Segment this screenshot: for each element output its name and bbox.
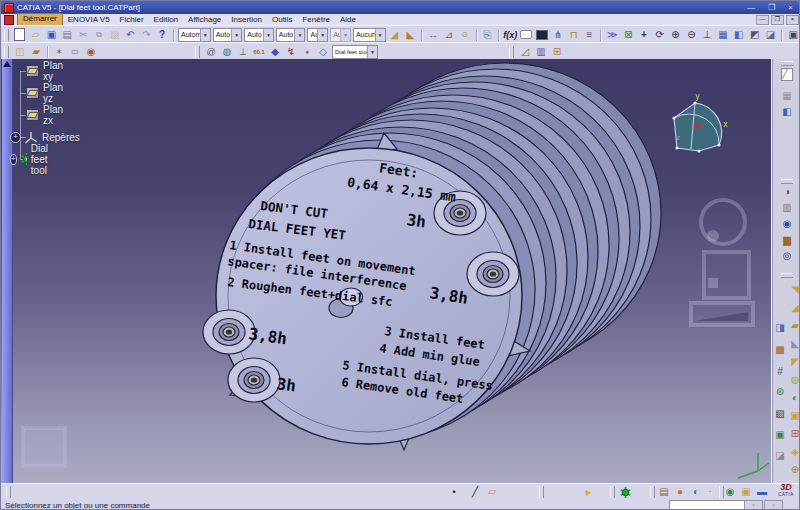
tree-item-plan-xy[interactable]: Plan xy: [26, 64, 67, 78]
menu-fenetre[interactable]: Fenêtre: [297, 14, 335, 25]
cut-icon[interactable]: ✂: [76, 28, 90, 42]
painter-icon[interactable]: ◢: [388, 28, 402, 42]
gear-options-icon[interactable]: [618, 485, 632, 499]
chat-icon[interactable]: ··: [519, 28, 533, 42]
open-icon[interactable]: ▱: [29, 28, 43, 42]
graphic-combo-7[interactable]: Aucun▼: [353, 28, 386, 42]
graphic-combo-5[interactable]: Aut▼: [307, 28, 328, 42]
boss-38h-right[interactable]: [467, 252, 519, 296]
draft-icon[interactable]: ⊞: [788, 427, 800, 441]
render-style-icon[interactable]: ◩: [748, 28, 762, 42]
measure-between-icon[interactable]: ↔: [426, 28, 440, 42]
title-bar[interactable]: CATIA V5 - [Dial feet tool.CATPart] — ❐ …: [1, 1, 800, 14]
print-area-icon[interactable]: ⎘: [481, 28, 495, 42]
snap-icon[interactable]: ⊛: [773, 385, 787, 399]
normal-view-icon[interactable]: ⊥: [700, 28, 714, 42]
wizard-icon[interactable]: ◣: [403, 28, 417, 42]
customize-icon[interactable]: ⊞: [550, 45, 564, 59]
fillet-icon[interactable]: ◐: [788, 391, 800, 405]
toolbar-handle[interactable]: [195, 46, 200, 58]
print-icon[interactable]: ▤: [60, 28, 74, 42]
tree-item-dial-feet-tool[interactable]: + Dial feet tool: [10, 152, 59, 166]
groove-icon[interactable]: ◣: [788, 337, 800, 351]
sketch-analysis-icon[interactable]: ◿: [518, 45, 532, 59]
copy-icon[interactable]: ⧉: [92, 28, 106, 42]
multi-view-icon[interactable]: ▦: [716, 28, 730, 42]
dialog-toggle-button[interactable]: ▫: [764, 500, 783, 510]
toolbar-handle[interactable]: [6, 486, 11, 498]
expand-icon[interactable]: +: [10, 132, 21, 143]
line-tool-icon[interactable]: ╱: [468, 485, 482, 499]
iso-view-icon[interactable]: ◧: [732, 28, 746, 42]
graphic-combo-3[interactable]: Auto▼: [244, 28, 274, 42]
reference-elements-icon[interactable]: ◨: [773, 321, 787, 335]
restore-button[interactable]: ❐: [768, 4, 775, 12]
child-close-button[interactable]: ×: [786, 15, 799, 25]
menu-enovia[interactable]: ENOVIA V5: [63, 14, 115, 25]
chamfer-icon[interactable]: ▣: [788, 409, 800, 423]
paste-icon[interactable]: ▨: [108, 28, 122, 42]
pattern-icon[interactable]: #: [773, 365, 787, 379]
toolbar-handle[interactable]: [781, 179, 793, 184]
point-snap-icon[interactable]: ∗: [52, 45, 66, 59]
apply-material-icon[interactable]: ▆: [780, 233, 794, 247]
help-icon[interactable]: ?: [155, 28, 169, 42]
wireframe-icon[interactable]: ◑: [780, 185, 794, 199]
update-part-icon[interactable]: ◆: [268, 45, 282, 59]
compass-origin[interactable]: [695, 123, 700, 128]
menu-fichier[interactable]: Fichier: [115, 14, 149, 25]
tree-scrollbar[interactable]: [2, 59, 13, 483]
plane-tool-icon[interactable]: ▱: [485, 485, 499, 499]
analysis-icon[interactable]: ◉: [780, 217, 794, 231]
toolbar-handle[interactable]: [539, 486, 544, 498]
pan-icon[interactable]: +: [637, 28, 651, 42]
layers-icon[interactable]: ≡: [583, 28, 597, 42]
child-restore-button[interactable]: ❐: [771, 15, 784, 25]
image-capture-icon[interactable]: ▥: [534, 45, 548, 59]
session-icon[interactable]: ▣: [739, 485, 753, 499]
catalog-browser-icon[interactable]: ▤: [657, 485, 671, 499]
camera-icon[interactable]: ▣: [786, 28, 800, 42]
thickness-icon[interactable]: ⊕: [788, 463, 800, 477]
menu-outils[interactable]: Outils: [267, 14, 297, 25]
catalog-icon[interactable]: ◎: [780, 249, 794, 263]
shell-icon[interactable]: ◈: [788, 445, 800, 459]
shaft-icon[interactable]: ▰: [788, 319, 800, 333]
view-cube-icon[interactable]: ▧: [773, 407, 787, 421]
graphic-combo-2[interactable]: Auto▼: [213, 28, 243, 42]
flag-note-icon[interactable]: ↯: [284, 45, 298, 59]
save-icon[interactable]: ▣: [45, 28, 59, 42]
sketcher-icon[interactable]: ╱: [780, 67, 794, 81]
knowledge-icon[interactable]: ●: [673, 485, 687, 499]
lock-icon[interactable]: ⊓: [567, 28, 581, 42]
link-icon[interactable]: @: [204, 45, 218, 59]
axis-system-icon[interactable]: ⟂: [236, 45, 250, 59]
graphic-combo-1[interactable]: Autom▼: [178, 28, 211, 42]
check-icon[interactable]: ·: [703, 485, 717, 499]
measure-inertia-icon[interactable]: ⊙: [458, 28, 472, 42]
toolbar-handle[interactable]: [4, 29, 9, 41]
expand-icon[interactable]: +: [10, 154, 17, 165]
menu-aide[interactable]: Aide: [335, 14, 361, 25]
rib-icon[interactable]: ◍: [788, 373, 800, 387]
scroll-up-icon[interactable]: [3, 61, 11, 67]
tree-item-plan-yz[interactable]: Plan yz: [26, 86, 67, 100]
workbench-icon[interactable]: ◉: [84, 45, 98, 59]
minimize-button[interactable]: —: [747, 4, 755, 12]
toolbar-handle[interactable]: [650, 486, 655, 498]
pocket-icon[interactable]: ◢: [788, 301, 800, 315]
boss-3h-bottom[interactable]: [228, 358, 280, 402]
redo-icon[interactable]: ↷: [139, 28, 153, 42]
close-button[interactable]: ×: [788, 4, 793, 12]
mean-dimensions-icon[interactable]: 60.1: [252, 45, 266, 59]
mail-icon[interactable]: ▬: [755, 485, 769, 499]
toolbar-handle[interactable]: [509, 46, 514, 58]
menu-edition[interactable]: Edition: [149, 14, 183, 25]
expand-input-button[interactable]: ▫: [744, 500, 763, 510]
measure-item-icon[interactable]: ⊿: [442, 28, 456, 42]
rules-icon[interactable]: ◐: [689, 485, 703, 499]
power-input[interactable]: [669, 500, 745, 510]
structure-tree-icon[interactable]: ⋔: [551, 28, 565, 42]
surface-icon[interactable]: ▥: [780, 201, 794, 215]
view-planes-icon[interactable]: ◫: [13, 45, 27, 59]
